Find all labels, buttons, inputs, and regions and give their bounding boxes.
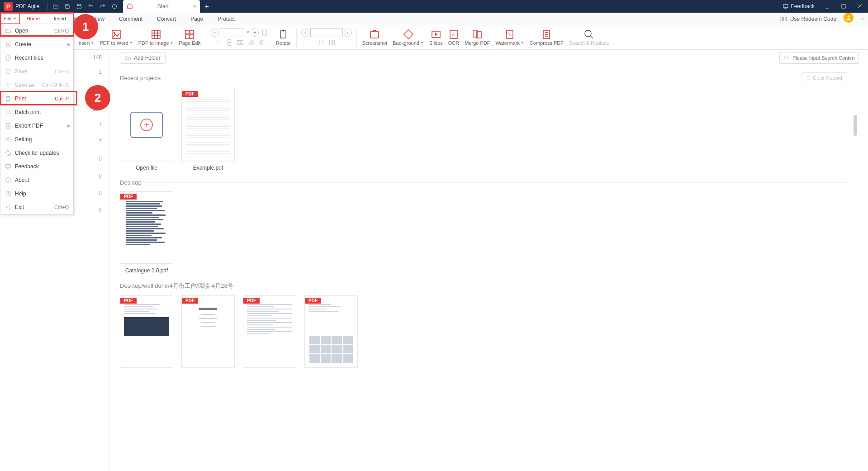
print-icon[interactable] [73, 0, 85, 13]
rotate-left-icon[interactable] [246, 38, 256, 47]
path-file-card-3[interactable]: PDF [243, 295, 296, 368]
page-prev-button[interactable]: ‹ [301, 29, 309, 37]
feedback-icon [783, 3, 789, 10]
search-input[interactable] [792, 55, 855, 61]
open-file-label: Open file [136, 165, 157, 171]
page-nav: ‹ › [299, 28, 354, 37]
ribbon-watermark[interactable]: Watermark▼ [493, 25, 527, 50]
refresh-icon [5, 150, 11, 156]
menu-tab-comment[interactable]: Comment [112, 13, 150, 25]
view-single-icon[interactable] [213, 38, 223, 47]
ribbon-pdf-to-image[interactable]: PDF to Image▼ [136, 25, 176, 50]
menu-tab-protect[interactable]: Protect [210, 13, 242, 25]
menu-tab-convert[interactable]: Convert [150, 13, 183, 25]
redeem-code[interactable]: Use Redeem Code [780, 13, 844, 25]
folder-open-icon [5, 28, 11, 34]
new-tab-button[interactable]: ＋ [200, 2, 213, 11]
file-menu-header-home[interactable]: Home [20, 13, 47, 24]
file-menu-updates[interactable]: Check for updates [0, 146, 73, 160]
file-menu-batch-print[interactable]: Batch print [0, 105, 73, 119]
gear-icon [5, 136, 11, 143]
menu-row: File ▼ Home Insert View Comment Convert … [0, 13, 868, 25]
svg-text:A: A [452, 33, 455, 37]
pdf-badge: PDF [182, 298, 198, 304]
file-menu-create[interactable]: Create ▶ [0, 38, 73, 51]
view-two-icon[interactable] [235, 38, 245, 47]
file-menu-about[interactable]: About [0, 173, 73, 187]
page-input[interactable] [310, 28, 343, 37]
recent-file-card[interactable]: PDF Example.pdf [181, 89, 235, 171]
file-menu-open[interactable]: Open Ctrl+O [0, 24, 73, 38]
menu-tab-page[interactable]: Page [183, 13, 210, 25]
ribbon-pdf-to-word[interactable]: PDF to Word▼ [97, 25, 135, 50]
screenshot-icon [369, 29, 380, 39]
ribbon-merge-label: Merge PDF [465, 40, 490, 46]
batch-print-icon [5, 109, 11, 115]
view-continuous-icon[interactable] [224, 38, 234, 47]
path-file-card-2[interactable]: PDF [181, 295, 235, 368]
merge-icon [472, 29, 483, 39]
pdf-to-image-icon [151, 29, 161, 39]
tab-start[interactable]: Start × [123, 0, 200, 13]
svg-rect-14 [217, 40, 220, 45]
ribbon-compress[interactable]: Compress PDF [527, 25, 566, 50]
file-menu-setting[interactable]: Setting [0, 133, 73, 146]
file-menu-print[interactable]: Print Ctrl+P [0, 92, 73, 105]
section-title-path: Desktop/well done/4月份工作/阅读-4月28号 [120, 282, 233, 290]
zoom-input[interactable] [220, 28, 245, 37]
svg-rect-20 [319, 40, 323, 45]
open-file-card[interactable]: + Open file [120, 89, 173, 171]
window-maximize[interactable] [835, 0, 852, 13]
ribbon-rotate-label: Rotate [276, 40, 290, 46]
theme-icon[interactable] [109, 0, 120, 13]
save-icon[interactable] [62, 0, 73, 13]
tab-close-icon[interactable]: × [189, 3, 200, 10]
ribbon-search-replace[interactable]: Search & Replace [566, 25, 612, 50]
file-menu-header-file[interactable]: File▼ [0, 13, 20, 24]
ribbon-merge[interactable]: Merge PDF [462, 25, 493, 50]
ribbon-rotate[interactable]: Rotate [273, 25, 293, 50]
page-next-button[interactable]: › [344, 29, 352, 37]
zoom-out-button[interactable]: − [211, 29, 219, 37]
clear-record-button[interactable]: Clear Record [802, 72, 846, 83]
collapse-ribbon-icon[interactable] [857, 13, 868, 25]
ribbon-ocr-label: OCR [448, 40, 459, 46]
pdf-badge: PDF [243, 298, 260, 304]
file-menu-recent[interactable]: Recent files [0, 51, 73, 65]
zoom-dropdown-icon[interactable]: ▼ [246, 30, 250, 34]
chevron-right-icon: ▶ [67, 124, 71, 128]
zoom-in-button[interactable]: + [251, 29, 259, 37]
window-close[interactable] [852, 0, 868, 13]
ribbon-ocr[interactable]: A OCR [446, 25, 462, 50]
add-folder-button[interactable]: Add Folder [120, 52, 166, 64]
scrollbar-thumb[interactable] [854, 115, 857, 136]
undo-icon[interactable] [85, 0, 97, 13]
feedback-link[interactable]: Feedback [778, 3, 819, 10]
open-icon[interactable] [50, 0, 62, 13]
svg-rect-15 [228, 39, 231, 42]
window-minimize[interactable] [819, 0, 835, 13]
rotate-right-icon[interactable] [257, 38, 267, 47]
search-box[interactable] [779, 52, 859, 64]
pdf-badge: PDF [120, 194, 137, 200]
fit-page-icon[interactable] [260, 28, 270, 37]
file-menu-export[interactable]: Export PDF ▶ [0, 119, 73, 133]
file-label: Catalogue 2.0.pdf [125, 267, 168, 274]
file-menu-header-insert[interactable]: Insert [47, 13, 73, 24]
first-page-icon[interactable] [316, 38, 326, 47]
ribbon-background[interactable]: Background▼ [390, 25, 427, 50]
ribbon-slides[interactable]: Slides [427, 25, 446, 50]
svg-rect-18 [241, 40, 243, 44]
path-file-card-1[interactable]: PDF [120, 295, 173, 368]
last-page-icon[interactable] [327, 38, 337, 47]
file-menu-help[interactable]: Help [0, 187, 73, 200]
user-avatar[interactable] [844, 13, 854, 23]
desktop-file-card[interactable]: PDF Catalogue 2.0.pdf [120, 191, 173, 274]
ribbon-screenshot[interactable]: Screenshot [360, 25, 390, 50]
svg-point-31 [585, 30, 591, 37]
path-file-card-4[interactable]: PDF [304, 295, 358, 368]
file-menu-exit[interactable]: Exit Ctrl+Q [0, 200, 73, 214]
redo-icon[interactable] [97, 0, 109, 13]
ribbon-page-edit[interactable]: Page Edit [176, 25, 204, 50]
file-menu-feedback[interactable]: Feedback [0, 160, 73, 173]
